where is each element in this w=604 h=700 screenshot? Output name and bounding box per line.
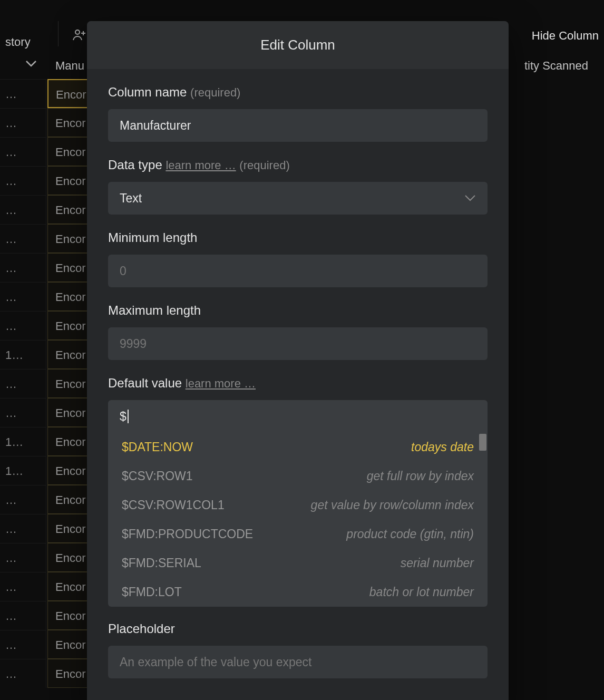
suggestion-description: get full row by index [367,469,474,483]
required-hint: (required) [239,159,289,172]
label-data-type: Data type learn more … (required) [108,158,488,172]
column-header-quantity-scanned[interactable]: tity Scanned [524,59,588,73]
table-cell[interactable]: Encor [47,137,90,166]
hide-columns-button[interactable]: Hide Column [532,29,599,43]
table-cell[interactable]: … [0,485,46,514]
scrollbar-thumb[interactable] [479,434,486,451]
data-type-select[interactable]: Text [108,182,488,215]
table-cell[interactable]: Encor [47,282,90,311]
suggestion-key: $FMD:PRODUCTCODE [122,527,253,541]
label-column-name: Column name (required) [108,85,488,100]
table-cell[interactable]: … [0,311,46,340]
suggestion-description: batch or lot number [369,585,474,599]
min-length-input[interactable] [108,255,488,287]
table-cell[interactable]: Encor [47,456,90,485]
chevron-down-icon[interactable] [25,58,37,70]
field-max-length: Maximum length [108,303,488,360]
table-cell[interactable]: Encor [47,340,90,369]
table-cell[interactable]: Encor [47,427,90,456]
label-placeholder: Placeholder [108,621,488,636]
max-length-input[interactable] [108,327,488,360]
table-cell[interactable]: 1… [0,340,46,369]
table-cell[interactable]: Encor [47,485,90,514]
table-cell[interactable]: … [0,166,46,195]
table-cell[interactable]: … [0,282,46,311]
table-cell[interactable]: … [0,224,46,253]
table-cell[interactable]: … [0,253,46,282]
table-cell[interactable]: … [0,543,46,572]
suggestion-item[interactable]: $FMD:SERIALserial number [108,549,488,578]
table-cell[interactable]: Encor [47,79,90,108]
toolbar-divider [58,21,59,46]
suggestion-key: $CSV:ROW1COL1 [122,498,225,512]
suggestion-key: $DATE:NOW [122,440,193,454]
field-data-type: Data type learn more … (required) Text [108,158,488,215]
table-cell[interactable]: Encor [47,224,90,253]
table-cell[interactable]: Encor [47,659,90,688]
suggestion-key: $FMD:SERIAL [122,556,201,570]
table-cell[interactable]: Encor [47,195,90,224]
person-plus-icon[interactable] [73,29,86,44]
label-text: Data type [108,158,162,172]
table-cell[interactable]: Encor [47,630,90,659]
column-name-input[interactable] [108,109,488,142]
table-cell[interactable]: Encor [47,253,90,282]
suggestion-description: todays date [411,440,474,454]
field-column-name: Column name (required) [108,85,488,142]
learn-more-link[interactable]: learn more … [165,159,236,172]
suggestion-item[interactable]: $FMD:LOTbatch or lot number [108,578,488,607]
label-min-length: Minimum length [108,230,488,245]
label-default-value: Default value learn more … [108,376,488,391]
table-cell[interactable]: … [0,108,46,137]
suggestion-key: $CSV:ROW1 [122,469,193,483]
table-cell[interactable]: … [0,514,46,543]
suggestion-item[interactable]: $DATE:NOWtodays date [108,433,488,462]
table-cell[interactable]: Encor [47,166,90,195]
table-cell[interactable]: Encor [47,601,90,630]
table-cell[interactable]: 1… [0,456,46,485]
table-cell[interactable]: Encor [47,369,90,398]
table-cell[interactable]: … [0,195,46,224]
label-text: Column name [108,85,187,99]
label-max-length: Maximum length [108,303,488,318]
suggestion-item[interactable]: $CSV:ROW1COL1get value by row/column ind… [108,491,488,520]
table-cell[interactable]: … [0,601,46,630]
suggestions-dropdown: $DATE:NOWtodays date$CSV:ROW1get full ro… [108,433,488,607]
required-hint: (required) [190,86,240,99]
table-col-2: EncorEncorEncorEncorEncorEncorEncorEncor… [47,79,90,688]
input-value: $ [120,410,126,424]
table-cell[interactable]: … [0,79,46,108]
table-cell[interactable]: … [0,369,46,398]
table-cell[interactable]: … [0,137,46,166]
svg-point-0 [75,30,80,34]
learn-more-link[interactable]: learn more … [186,377,256,390]
table-cell[interactable]: Encor [47,311,90,340]
suggestion-description: serial number [401,556,474,570]
suggestion-description: get value by row/column index [311,498,474,512]
toolbar-tab-history[interactable]: story [0,35,31,49]
column-header-manufacturer[interactable]: Manu [55,59,84,73]
table-cell[interactable]: … [0,630,46,659]
placeholder-input[interactable] [108,646,488,678]
select-value: Text [120,191,142,206]
table-cell[interactable]: 1… [0,427,46,456]
table-cell[interactable]: … [0,572,46,601]
suggestion-item[interactable]: $CSV:ROW1get full row by index [108,462,488,491]
table-cell[interactable]: Encor [47,543,90,572]
field-placeholder: Placeholder [108,621,488,678]
table-cell[interactable]: Encor [47,108,90,137]
table-col-1: ………………………1………1…1…………………… [0,79,46,688]
modal-title: Edit Column [87,21,509,69]
table-cell[interactable]: … [0,659,46,688]
table-cell[interactable]: Encor [47,514,90,543]
table-cell[interactable]: Encor [47,572,90,601]
suggestion-item[interactable]: $FMD:PRODUCTCODEproduct code (gtin, ntin… [108,520,488,549]
field-min-length: Minimum length [108,230,488,287]
table-cell[interactable]: … [0,398,46,427]
default-value-input[interactable]: $ [108,400,488,433]
suggestion-key: $FMD:LOT [122,585,182,599]
field-default-value: Default value learn more … $ $DATE:NOWto… [108,376,488,607]
edit-column-modal: Edit Column Column name (required) Data … [87,21,509,700]
table-cell[interactable]: Encor [47,398,90,427]
label-text: Default value [108,376,182,390]
